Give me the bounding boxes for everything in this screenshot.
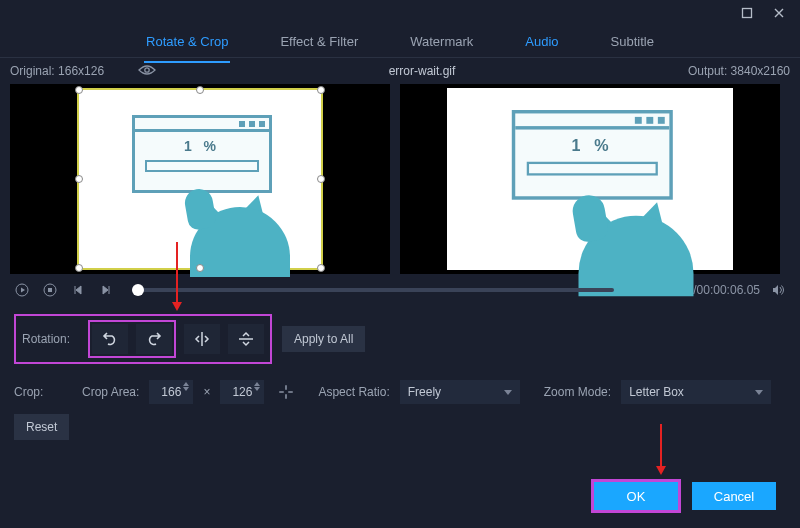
rotation-label: Rotation:	[22, 332, 80, 346]
crop-frame[interactable]: 1 %	[77, 88, 323, 270]
crop-width-input[interactable]: 166	[149, 380, 193, 404]
crop-area-label: Crop Area:	[82, 385, 139, 399]
tab-audio[interactable]: Audio	[523, 28, 560, 55]
svg-point-1	[145, 67, 149, 71]
crop-handle-ml[interactable]	[75, 175, 83, 183]
tab-effect-filter[interactable]: Effect & Filter	[278, 28, 360, 55]
source-thumbnail: 1 %	[100, 99, 300, 259]
scrubber-knob[interactable]	[132, 284, 144, 296]
crop-handle-mr[interactable]	[317, 175, 325, 183]
original-label: Original:	[10, 64, 55, 78]
svg-rect-4	[48, 288, 52, 292]
rotation-highlight: Rotation:	[14, 314, 272, 364]
rotation-section: Rotation: Apply to All	[0, 306, 800, 372]
tab-bar: Rotate & Crop Effect & Filter Watermark …	[0, 26, 800, 58]
progress-text: 1 %	[135, 138, 269, 154]
crop-handle-tl[interactable]	[75, 86, 83, 94]
chevron-down-icon	[504, 390, 512, 395]
preview-row: 1 % 1 %	[0, 84, 800, 274]
tab-subtitle[interactable]: Subtitle	[609, 28, 656, 55]
original-value: 166x126	[58, 64, 104, 78]
stop-button[interactable]	[40, 280, 60, 300]
close-button[interactable]	[764, 3, 794, 23]
zoom-mode-select[interactable]: Letter Box	[621, 380, 771, 404]
flip-horizontal-button[interactable]	[184, 324, 220, 354]
source-preview[interactable]: 1 %	[10, 84, 390, 274]
cancel-button[interactable]: Cancel	[692, 482, 776, 510]
tab-rotate-crop[interactable]: Rotate & Crop	[144, 28, 230, 55]
rotate-left-button[interactable]	[92, 324, 128, 354]
info-bar: Original: 166x126 error-wait.gif Output:…	[0, 58, 800, 84]
crop-handle-br[interactable]	[317, 264, 325, 272]
maximize-button[interactable]	[732, 3, 762, 23]
tab-watermark[interactable]: Watermark	[408, 28, 475, 55]
rotate-buttons-highlight	[88, 320, 176, 358]
reset-button[interactable]: Reset	[14, 414, 69, 440]
timeline-scrubber[interactable]	[132, 288, 614, 292]
crop-handle-bl[interactable]	[75, 264, 83, 272]
zoom-mode-label: Zoom Mode:	[544, 385, 611, 399]
preview-eye-icon[interactable]	[138, 64, 156, 79]
rotate-right-button[interactable]	[136, 324, 172, 354]
play-button[interactable]	[12, 280, 32, 300]
output-value: 3840x2160	[731, 64, 790, 78]
crop-section: Crop: Crop Area: 166 × 126 Aspect Ratio:…	[0, 372, 800, 412]
crop-separator: ×	[203, 385, 210, 399]
crop-handle-tr[interactable]	[317, 86, 325, 94]
ok-button[interactable]: OK	[594, 482, 678, 510]
aspect-ratio-select[interactable]: Freely	[400, 380, 520, 404]
prev-frame-button[interactable]	[68, 280, 88, 300]
free-crop-icon[interactable]	[274, 380, 298, 404]
output-thumbnail: 1 %	[447, 88, 733, 270]
reset-row: Reset	[0, 412, 800, 448]
apply-to-all-button[interactable]: Apply to All	[282, 326, 365, 352]
crop-handle-bm[interactable]	[196, 264, 204, 272]
crop-handle-tm[interactable]	[196, 86, 204, 94]
svg-rect-0	[743, 9, 752, 18]
output-label: Output:	[688, 64, 727, 78]
filename-label: error-wait.gif	[156, 64, 688, 78]
next-frame-button[interactable]	[96, 280, 116, 300]
chevron-down-icon	[755, 390, 763, 395]
flip-vertical-button[interactable]	[228, 324, 264, 354]
titlebar	[0, 0, 800, 26]
volume-icon[interactable]	[768, 280, 788, 300]
crop-label: Crop:	[14, 385, 72, 399]
footer-buttons: OK Cancel	[594, 482, 776, 510]
aspect-ratio-label: Aspect Ratio:	[318, 385, 389, 399]
crop-height-input[interactable]: 126	[220, 380, 264, 404]
output-preview: 1 %	[400, 84, 780, 274]
